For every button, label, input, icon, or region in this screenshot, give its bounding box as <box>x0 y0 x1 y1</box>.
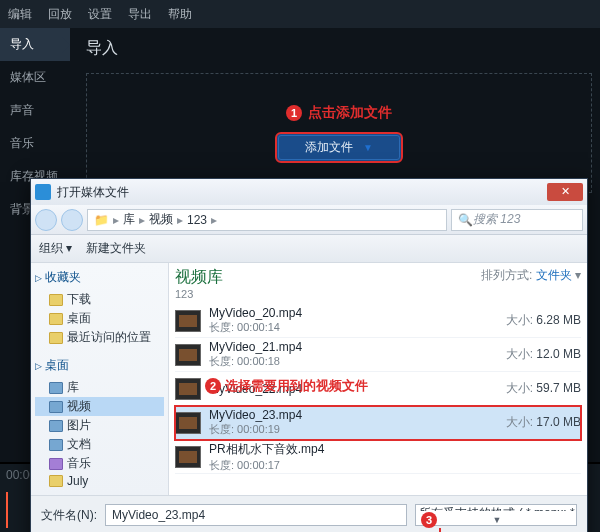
menu-playback[interactable]: 回放 <box>48 6 72 23</box>
file-list: 视频库 123 排列方式: 文件夹 ▾ MyVideo_20.mp4 长度: 0… <box>169 263 587 495</box>
breadcrumb[interactable]: 📁 ▸ 库 ▸ 视频 ▸ 123 ▸ <box>87 209 447 231</box>
side-music[interactable]: 音乐 <box>35 454 164 473</box>
fav-header[interactable]: 收藏夹 <box>35 269 164 286</box>
import-panel: 导入 1 点击添加文件 添加文件 ▼ <box>80 28 598 197</box>
list-title: 视频库 <box>175 267 223 288</box>
file-size: 大小: 59.7 MB <box>481 380 581 397</box>
import-title: 导入 <box>80 28 598 69</box>
file-size: 大小: 17.0 MB <box>481 414 581 431</box>
file-length: 长度: 00:00:17 <box>209 458 473 473</box>
filename-label: 文件名(N): <box>41 507 97 524</box>
filename-input[interactable]: MyVideo_23.mp4 <box>105 504 407 526</box>
video-thumb-icon <box>175 378 201 400</box>
dialog-title: 打开媒体文件 <box>57 184 541 201</box>
app-icon <box>35 184 51 200</box>
side-doc[interactable]: 文档 <box>35 435 164 454</box>
file-name: PR相机水下音效.mp4 <box>209 441 473 458</box>
side-recent[interactable]: 最近访问的位置 <box>35 328 164 347</box>
video-thumb-icon <box>175 310 201 332</box>
back-button[interactable] <box>35 209 57 231</box>
annotation-2: 2 选择需要用到的视频文件 <box>205 377 368 395</box>
main-menu: 编辑 回放 设置 导出 帮助 <box>0 0 600 28</box>
badge-3-icon: 3 <box>421 512 437 528</box>
dialog-sidebar: 收藏夹 下载 桌面 最近访问的位置 桌面 库 视频 图片 文档 音乐 July <box>31 263 169 495</box>
file-length: 长度: 00:00:14 <box>209 320 473 335</box>
file-name: MyVideo_20.mp4 <box>209 306 473 320</box>
chevron-down-icon: ▼ <box>363 142 373 153</box>
side-july[interactable]: July <box>35 473 164 489</box>
nav-sound[interactable]: 声音 <box>0 94 70 127</box>
side-pic[interactable]: 图片 <box>35 416 164 435</box>
file-row[interactable]: PR相机水下音效.mp4 长度: 00:00:17 <box>175 440 581 474</box>
dialog-footer: 文件名(N): MyVideo_23.mp4 所有受支持的格式 ( *.mepx… <box>31 495 587 532</box>
dialog-toolbar: 组织 ▾ 新建文件夹 <box>31 235 587 263</box>
file-row[interactable]: MyVideo_20.mp4 长度: 00:00:14 大小: 6.28 MB <box>175 304 581 338</box>
folder-icon: 📁 <box>94 213 109 227</box>
sort-control[interactable]: 排列方式: 文件夹 ▾ <box>481 267 581 284</box>
menu-edit[interactable]: 编辑 <box>8 6 32 23</box>
side-downloads[interactable]: 下载 <box>35 290 164 309</box>
dialog-titlebar[interactable]: 打开媒体文件 ✕ <box>31 179 587 205</box>
side-lib[interactable]: 库 <box>35 378 164 397</box>
organize-menu[interactable]: 组织 ▾ <box>39 240 72 257</box>
file-size: 大小: 12.0 MB <box>481 346 581 363</box>
file-row[interactable]: MyVideo_21.mp4 长度: 00:00:18 大小: 12.0 MB <box>175 338 581 372</box>
file-name: MyVideo_21.mp4 <box>209 340 473 354</box>
menu-settings[interactable]: 设置 <box>88 6 112 23</box>
search-icon: 🔍 <box>458 213 473 227</box>
nav-media[interactable]: 媒体区 <box>0 61 70 94</box>
filter-dropdown[interactable]: 所有受支持的格式 ( *.mepx; *▼ <box>415 504 577 526</box>
nav-import[interactable]: 导入 <box>0 28 70 61</box>
arrow-icon <box>435 528 447 532</box>
search-input[interactable]: 🔍 搜索 123 <box>451 209 583 231</box>
forward-button[interactable] <box>61 209 83 231</box>
file-dialog: 打开媒体文件 ✕ 📁 ▸ 库 ▸ 视频 ▸ 123 ▸ 🔍 搜索 123 组织 … <box>30 178 588 532</box>
desktop-header[interactable]: 桌面 <box>35 357 164 374</box>
file-name: MyVideo_23.mp4 <box>209 408 473 422</box>
badge-1-icon: 1 <box>286 105 302 121</box>
playhead-marker[interactable] <box>6 492 8 528</box>
file-length: 长度: 00:00:19 <box>209 422 473 437</box>
side-video[interactable]: 视频 <box>35 397 164 416</box>
list-subtitle: 123 <box>175 288 223 300</box>
file-size: 大小: 6.28 MB <box>481 312 581 329</box>
menu-help[interactable]: 帮助 <box>168 6 192 23</box>
badge-2-icon: 2 <box>205 378 221 394</box>
drop-zone[interactable]: 1 点击添加文件 添加文件 ▼ <box>86 73 592 193</box>
side-desktop[interactable]: 桌面 <box>35 309 164 328</box>
video-thumb-icon <box>175 446 201 468</box>
annotation-1: 1 点击添加文件 <box>286 104 392 122</box>
new-folder-button[interactable]: 新建文件夹 <box>86 240 146 257</box>
menu-export[interactable]: 导出 <box>128 6 152 23</box>
nav-music[interactable]: 音乐 <box>0 127 70 160</box>
video-thumb-icon <box>175 344 201 366</box>
add-file-button[interactable]: 添加文件 ▼ <box>275 132 403 163</box>
video-thumb-icon <box>175 412 201 434</box>
file-row[interactable]: MyVideo_23.mp4 长度: 00:00:19 大小: 17.0 MB <box>175 406 581 440</box>
close-button[interactable]: ✕ <box>547 183 583 201</box>
dialog-navbar: 📁 ▸ 库 ▸ 视频 ▸ 123 ▸ 🔍 搜索 123 <box>31 205 587 235</box>
file-length: 长度: 00:00:18 <box>209 354 473 369</box>
